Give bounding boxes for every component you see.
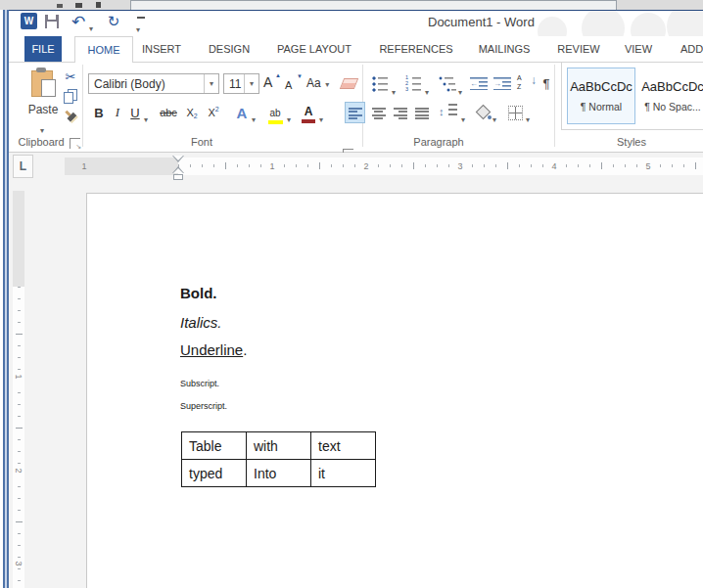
text-effects-button[interactable]: A — [233, 102, 251, 123]
tab-mailings[interactable]: MAILINGS — [479, 43, 531, 55]
document-table[interactable]: Table with text typed Into it — [181, 431, 376, 487]
numbering-button[interactable] — [405, 75, 425, 94]
grow-font-button[interactable]: A ▲ — [263, 73, 281, 94]
paragraph-subscript[interactable]: Subscript. — [180, 379, 219, 388]
background-window-field — [130, 0, 617, 10]
grow-font-arrow: ▲ — [275, 72, 281, 78]
vertical-ruler[interactable]: 1 2 3 — [13, 191, 24, 588]
underline-caret[interactable] — [144, 109, 148, 126]
paragraph-superscript[interactable]: Superscript. — [180, 401, 227, 411]
strikethrough-button[interactable]: abc — [157, 102, 180, 123]
table-cell[interactable]: it — [311, 460, 376, 487]
paragraph-bold[interactable]: Bold. — [180, 285, 217, 301]
tab-references[interactable]: REFERENCES — [379, 43, 452, 55]
font-color-button[interactable]: A — [300, 102, 317, 122]
shrink-font-button[interactable]: A ▼ — [285, 75, 303, 94]
table-cell[interactable]: Table — [182, 432, 247, 460]
copy-button[interactable] — [63, 89, 80, 105]
eraser-icon — [339, 78, 357, 89]
shading-caret[interactable] — [492, 109, 496, 126]
paste-button[interactable]: Paste — [23, 65, 63, 133]
line-spacing-button[interactable]: ↕ — [439, 102, 462, 123]
tab-add-ins[interactable]: ADD — [680, 43, 703, 55]
paragraph-italic[interactable]: Italics. — [180, 314, 222, 331]
font-size-combo[interactable]: 11 — [223, 73, 259, 94]
align-right-button[interactable] — [390, 102, 410, 123]
align-center-button[interactable] — [368, 102, 389, 123]
paragraph-underline[interactable]: Underline. — [180, 341, 247, 358]
bullets-caret[interactable] — [392, 81, 396, 99]
tab-review[interactable]: REVIEW — [557, 43, 599, 55]
show-formatting-marks-button[interactable]: ¶ — [539, 73, 554, 94]
line-spacing-caret[interactable] — [461, 109, 465, 126]
underline-text: Underline — [180, 341, 243, 358]
borders-caret[interactable] — [526, 109, 530, 126]
ruler-number: 1 — [79, 158, 89, 175]
tab-design[interactable]: DESIGN — [209, 43, 250, 55]
horizontal-ruler[interactable]: 1 1 2 3 4 5 — [65, 158, 703, 175]
style-name: ¶ No Spac... — [639, 101, 703, 113]
clipboard-dialog-launcher[interactable] — [70, 138, 80, 149]
style-card-no-spacing[interactable]: AaBbCcDc ¶ No Spac... — [638, 68, 703, 124]
undo-button[interactable]: ↶ — [69, 11, 88, 32]
clear-formatting-button[interactable] — [339, 74, 358, 93]
cut-button[interactable]: ✂ — [61, 68, 80, 85]
undo-dropdown[interactable] — [89, 18, 93, 35]
text-effects-caret[interactable] — [252, 109, 256, 126]
tab-home[interactable]: HOME — [74, 36, 133, 62]
paste-clipboard-clip — [36, 68, 46, 72]
clipboard-group-label: Clipboard — [14, 136, 69, 148]
borders-button[interactable] — [506, 103, 524, 122]
decrease-indent-button[interactable] — [470, 77, 490, 93]
italic-button[interactable]: I — [110, 102, 125, 123]
tab-file[interactable]: FILE — [24, 36, 62, 62]
subscript-button[interactable]: X2 — [182, 102, 202, 123]
font-color-caret[interactable] — [319, 109, 323, 126]
highlight-caret[interactable] — [287, 109, 291, 126]
bold-button[interactable]: B — [90, 102, 108, 123]
tab-page-layout[interactable]: PAGE LAYOUT — [277, 43, 352, 55]
multilevel-list-button[interactable] — [439, 75, 458, 94]
underline-button[interactable]: U — [127, 102, 143, 123]
shading-button[interactable] — [474, 104, 492, 121]
change-case-caret — [325, 73, 329, 91]
decrease-indent-icon — [470, 77, 488, 90]
increase-indent-button[interactable] — [493, 77, 513, 93]
left-indent-marker[interactable] — [173, 174, 183, 180]
font-name-combo[interactable]: Calibri (Body) — [88, 73, 219, 94]
tab-stop-selector[interactable]: L — [13, 155, 33, 178]
tab-view[interactable]: VIEW — [625, 43, 652, 55]
document-page[interactable]: Bold. Italics. Underline. Subscript. Sup… — [86, 193, 703, 588]
justify-button[interactable] — [411, 102, 432, 123]
sort-button[interactable]: AZ ↓ — [517, 73, 537, 94]
save-button[interactable] — [45, 15, 59, 28]
style-card-normal[interactable]: AaBbCcDc ¶ Normal — [567, 68, 635, 124]
justify-icon — [415, 107, 429, 119]
table-cell[interactable]: text — [311, 432, 376, 460]
table-cell[interactable]: typed — [182, 460, 247, 487]
style-preview: AaBbCcDc — [568, 79, 634, 94]
table-cell[interactable]: Into — [247, 460, 311, 487]
align-left-button[interactable] — [345, 102, 365, 123]
superscript-button[interactable]: X2 — [204, 102, 223, 123]
subscript-icon-2: 2 — [194, 113, 198, 119]
format-painter-button[interactable] — [62, 108, 79, 125]
bullets-button[interactable] — [372, 75, 392, 94]
qat-customize-button[interactable] — [135, 15, 147, 28]
background-text-remnant — [96, 2, 101, 8]
word-logo-icon[interactable]: W — [21, 13, 37, 29]
tab-insert[interactable]: INSERT — [142, 43, 181, 55]
font-name-caret[interactable] — [204, 74, 218, 93]
group-separator — [82, 65, 83, 147]
window-title: Document1 - Word — [428, 15, 535, 29]
line-spacing-bars-icon — [448, 104, 457, 115]
font-size-caret[interactable] — [244, 74, 258, 93]
highlight-color-button[interactable]: ab — [264, 103, 286, 122]
underline-icon: U — [130, 106, 139, 120]
redo-button[interactable]: ↻ — [104, 11, 123, 32]
multilevel-list-caret[interactable] — [458, 81, 462, 99]
table-cell[interactable]: with — [247, 432, 311, 460]
change-case-button[interactable]: Aa — [306, 73, 334, 94]
numbering-caret[interactable] — [425, 81, 429, 99]
borders-grid-icon — [508, 106, 523, 120]
